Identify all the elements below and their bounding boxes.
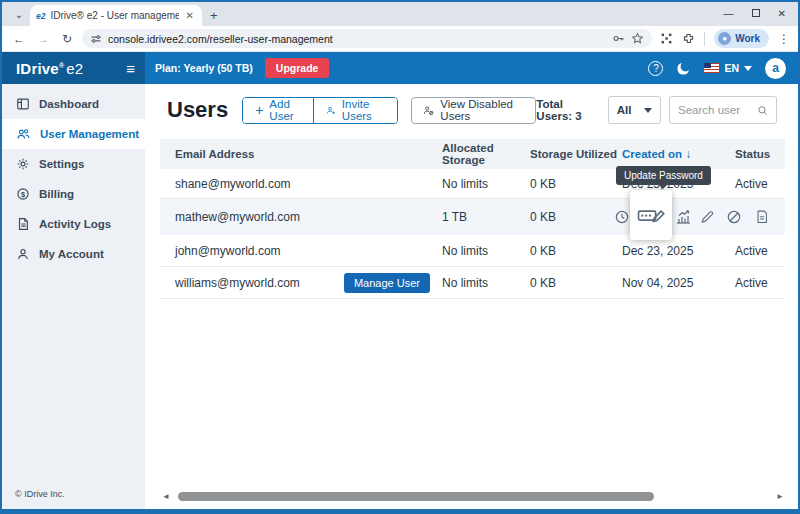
users-table: Email Address Allocated Storage Storage … <box>160 139 785 299</box>
help-icon[interactable]: ? <box>648 61 663 76</box>
profile-avatar-icon: ● <box>718 32 731 45</box>
access-history-icon[interactable] <box>614 209 630 225</box>
user-email: shane@myworld.com <box>175 177 291 191</box>
update-password-icon <box>637 203 665 227</box>
scroll-left-arrow-icon[interactable]: ◄ <box>160 492 172 501</box>
app-header: IDrive®e2 ≡ Plan: Yearly (50 TB) Upgrade… <box>2 52 798 84</box>
header-storage-utilized: Storage Utilized <box>530 148 622 160</box>
allocated-storage: No limits <box>442 244 530 258</box>
extensions-puzzle-icon[interactable] <box>682 32 695 45</box>
status-badge: Active <box>735 276 785 290</box>
copyright-text: © IDrive Inc. <box>2 489 145 509</box>
status-badge: Active <box>735 177 785 191</box>
logo-zone: IDrive®e2 ≡ <box>2 52 145 84</box>
svg-text:$: $ <box>21 190 26 199</box>
sidebar-item-settings[interactable]: Settings <box>2 149 145 179</box>
edit-pencil-icon[interactable] <box>700 209 715 224</box>
new-tab-button[interactable]: + <box>210 8 218 23</box>
sidebar-item-user-management[interactable]: User Management <box>2 119 145 149</box>
search-icon[interactable] <box>757 104 768 117</box>
allocated-storage: 1 TB <box>442 210 530 224</box>
plus-icon: + <box>255 103 263 117</box>
header-email: Email Address <box>160 148 442 160</box>
bookmark-star-icon[interactable] <box>631 32 644 45</box>
reload-icon[interactable]: ↻ <box>58 32 76 46</box>
user-email: williams@myworld.com <box>175 276 300 290</box>
sidebar-item-my-account[interactable]: My Account <box>2 239 145 269</box>
language-code: EN <box>724 62 739 74</box>
maximize-button[interactable] <box>752 9 760 17</box>
disable-user-icon[interactable] <box>726 209 742 225</box>
horizontal-scrollbar: ◄ ► <box>160 491 786 502</box>
dollar-circle-icon: $ <box>16 187 30 201</box>
profile-name: Work <box>735 33 760 44</box>
person-icon <box>16 247 30 261</box>
search-input[interactable] <box>678 104 757 116</box>
url-text: console.idrivee2.com/reseller-user-manag… <box>108 33 606 45</box>
storage-utilized: 0 KB <box>530 276 622 290</box>
toolbar-divider <box>704 32 705 46</box>
header-status: Status <box>735 148 785 160</box>
hamburger-menu-icon[interactable]: ≡ <box>126 61 135 76</box>
header-created-on-sort[interactable]: Created on ↓ <box>622 147 735 161</box>
tab-search-icon[interactable]: ⌄ <box>8 4 30 24</box>
storage-utilized: 0 KB <box>530 244 622 258</box>
tab-close-icon[interactable]: ✕ <box>184 10 196 21</box>
allocated-storage: No limits <box>442 276 530 290</box>
sidebar-item-label: Settings <box>39 158 84 170</box>
header-allocated-storage: Allocated Storage <box>442 142 530 166</box>
scroll-right-arrow-icon[interactable]: ► <box>774 492 786 501</box>
add-user-button[interactable]: + Add User <box>243 98 313 123</box>
window-controls: — ✕ <box>724 3 794 23</box>
sidebar-item-activity-logs[interactable]: Activity Logs <box>2 209 145 239</box>
close-button[interactable]: ✕ <box>778 8 786 19</box>
scrollbar-thumb[interactable] <box>178 492 654 501</box>
gear-icon <box>16 157 30 171</box>
view-disabled-users-button[interactable]: View Disabled Users <box>411 97 536 124</box>
created-on: Dec 23, 2025 <box>622 244 735 258</box>
storage-usage-chart-icon[interactable] <box>675 209 692 225</box>
invite-users-button[interactable]: Invite Users <box>313 98 397 123</box>
language-selector[interactable]: EN <box>704 62 752 74</box>
browser-window: ⌄ e2 IDrive® e2 - User management ✕ + — … <box>0 0 800 514</box>
password-manager-icon[interactable] <box>612 32 625 45</box>
table-row-hovered[interactable]: mathew@myworld.com 1 TB 0 KB <box>160 199 785 235</box>
sidebar-item-label: Billing <box>39 188 74 200</box>
back-icon[interactable]: ← <box>10 32 28 46</box>
update-password-button[interactable] <box>630 190 672 240</box>
tab-title: IDrive® e2 - User management <box>50 10 178 21</box>
upgrade-button[interactable]: Upgrade <box>265 58 330 78</box>
browser-menu-icon[interactable]: ⋮ <box>778 32 790 46</box>
user-filter-dropdown[interactable]: All <box>608 96 661 124</box>
lens-grid-icon[interactable] <box>660 32 673 45</box>
sidebar-item-billing[interactable]: $ Billing <box>2 179 145 209</box>
address-bar[interactable]: console.idrivee2.com/reseller-user-manag… <box>82 29 652 48</box>
chevron-down-icon <box>644 108 652 113</box>
forward-icon[interactable]: → <box>34 32 52 46</box>
sidebar-item-label: User Management <box>40 128 139 140</box>
user-email: john@myworld.com <box>175 244 281 258</box>
sort-desc-arrow-icon: ↓ <box>685 147 691 161</box>
account-avatar[interactable]: a <box>765 58 786 79</box>
site-info-icon[interactable] <box>90 33 102 45</box>
scrollbar-track[interactable] <box>172 492 774 501</box>
allocated-storage: No limits <box>442 177 530 191</box>
sidebar-item-dashboard[interactable]: Dashboard <box>2 89 145 119</box>
user-actions-group: + Add User Invite Users <box>242 97 398 124</box>
sidebar: Dashboard User Management Settings $ Bil… <box>2 84 145 509</box>
person-disabled-icon <box>423 104 434 117</box>
table-row[interactable]: john@myworld.com No limits 0 KB Dec 23, … <box>160 235 785 267</box>
sidebar-item-label: Dashboard <box>39 98 99 110</box>
dark-mode-moon-icon[interactable] <box>676 59 691 77</box>
table-row[interactable]: williams@myworld.com Manage User No limi… <box>160 267 785 299</box>
profile-chip[interactable]: ● Work <box>714 29 769 48</box>
plan-label: Plan: Yearly (50 TB) <box>155 62 253 74</box>
browser-tab[interactable]: e2 IDrive® e2 - User management ✕ <box>30 5 202 26</box>
search-box <box>669 96 777 124</box>
app-header-right: ? EN a <box>648 58 798 79</box>
minimize-button[interactable]: — <box>724 8 734 19</box>
user-logs-icon[interactable] <box>755 209 769 224</box>
page-controls: Users + Add User Invite Users View Disab… <box>167 96 777 124</box>
manage-user-button[interactable]: Manage User <box>344 273 430 293</box>
created-on: Nov 04, 2025 <box>622 276 735 290</box>
